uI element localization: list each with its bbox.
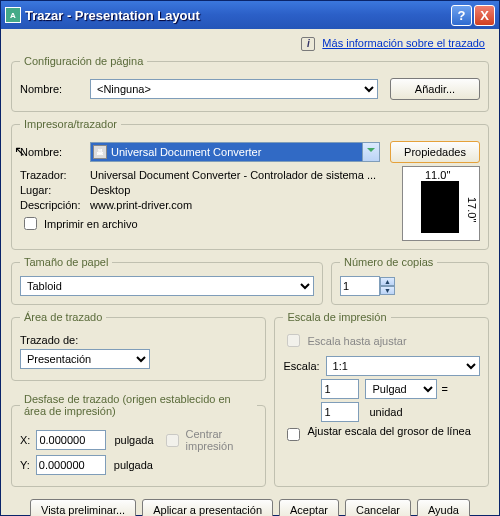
printer-icon: 🖶 bbox=[93, 145, 107, 159]
center-checkbox bbox=[166, 434, 179, 447]
fit-checkbox bbox=[287, 334, 300, 347]
offset-y-input[interactable] bbox=[36, 455, 106, 475]
offset-x-label: X: bbox=[20, 434, 30, 446]
page-config-legend: Configuración de página bbox=[20, 55, 147, 67]
print-to-file-label: Imprimir en archivo bbox=[44, 218, 138, 230]
app-icon: A bbox=[5, 7, 21, 23]
offset-legend: Desfase de trazado (origen establecido e… bbox=[20, 393, 257, 417]
copies-down[interactable]: ▼ bbox=[380, 286, 395, 295]
window-title: Trazar - Presentation Layout bbox=[25, 8, 449, 23]
properties-button[interactable]: Propiedades bbox=[390, 141, 480, 163]
apply-button[interactable]: Aplicar a presentación bbox=[142, 499, 273, 516]
scale-legend: Escala de impresión bbox=[283, 311, 390, 323]
more-info-link[interactable]: Más información sobre el trazado bbox=[322, 37, 485, 49]
chevron-down-icon[interactable] bbox=[362, 143, 379, 161]
plot-area-select[interactable]: Presentación bbox=[20, 349, 150, 369]
print-to-file-checkbox[interactable] bbox=[24, 217, 37, 230]
desc-value: www.print-driver.com bbox=[90, 199, 192, 211]
plot-area-label: Trazado de: bbox=[20, 334, 78, 346]
plot-area-legend: Área de trazado bbox=[20, 311, 106, 323]
preview-width: 11.0'' bbox=[425, 169, 451, 181]
scale-unit2: unidad bbox=[369, 406, 402, 418]
location-value: Desktop bbox=[90, 184, 130, 196]
copies-input[interactable] bbox=[340, 276, 380, 296]
location-label: Lugar: bbox=[20, 184, 90, 196]
offset-y-label: Y: bbox=[20, 459, 30, 471]
fit-label: Escala hasta ajustar bbox=[307, 335, 406, 347]
offset-x-input[interactable] bbox=[36, 430, 106, 450]
preview-height: 17.0'' bbox=[466, 197, 478, 223]
cursor-icon: ↖ bbox=[14, 143, 26, 159]
pagename-select[interactable]: <Ninguna> bbox=[90, 79, 378, 99]
help-button[interactable]: Ayuda bbox=[417, 499, 470, 516]
printer-name-value: Universal Document Converter bbox=[111, 146, 261, 158]
paper-size-legend: Tamaño de papel bbox=[20, 256, 112, 268]
lineweight-checkbox[interactable] bbox=[287, 428, 300, 441]
lineweight-label: Ajustar escala del grosor de línea bbox=[307, 425, 470, 437]
scale-unit1-select[interactable]: Pulgadas bbox=[365, 379, 437, 399]
plot-area-group: Área de trazado Trazado de: Presentación bbox=[11, 311, 266, 381]
center-label: Centrar impresión bbox=[186, 428, 258, 452]
paper-size-select[interactable]: Tabloid bbox=[20, 276, 314, 296]
printer-group: Impresora/trazador Nombre: 🖶 Universal D… bbox=[11, 118, 489, 250]
offset-y-unit: pulgada bbox=[114, 459, 153, 471]
ok-button[interactable]: Aceptar bbox=[279, 499, 339, 516]
offset-x-unit: pulgada bbox=[114, 434, 153, 446]
plotter-label: Trazador: bbox=[20, 169, 90, 181]
plotter-value: Universal Document Converter - Controlad… bbox=[90, 169, 376, 181]
scale-num2-input[interactable] bbox=[321, 402, 359, 422]
titlebar-close-button[interactable]: X bbox=[474, 5, 495, 26]
pagename-label: Nombre: bbox=[20, 83, 90, 95]
add-button[interactable]: Añadir... bbox=[390, 78, 480, 100]
printer-name-select[interactable]: 🖶 Universal Document Converter bbox=[90, 142, 380, 162]
copies-legend: Número de copias bbox=[340, 256, 437, 268]
scale-num1-input[interactable] bbox=[321, 379, 359, 399]
scale-eq: = bbox=[441, 383, 447, 395]
copies-up[interactable]: ▲ bbox=[380, 277, 395, 286]
plot-dialog: A Trazar - Presentation Layout ? X i Más… bbox=[0, 0, 500, 516]
printer-name-label: Nombre: bbox=[20, 146, 90, 158]
info-icon: i bbox=[301, 37, 315, 51]
preview-button[interactable]: Vista preliminar... bbox=[30, 499, 136, 516]
printer-legend: Impresora/trazador bbox=[20, 118, 121, 130]
titlebar-help-button[interactable]: ? bbox=[451, 5, 472, 26]
desc-label: Descripción: bbox=[20, 199, 90, 211]
scale-label: Escala: bbox=[283, 360, 319, 372]
scale-group: Escala de impresión Escala hasta ajustar… bbox=[274, 311, 489, 487]
paper-size-group: Tamaño de papel Tabloid bbox=[11, 256, 323, 305]
scale-select[interactable]: 1:1 bbox=[326, 356, 480, 376]
page-config-group: Configuración de página Nombre: <Ninguna… bbox=[11, 55, 489, 112]
offset-group: Desfase de trazado (origen establecido e… bbox=[11, 393, 266, 487]
titlebar: A Trazar - Presentation Layout ? X bbox=[1, 1, 499, 29]
cancel-button[interactable]: Cancelar bbox=[345, 499, 411, 516]
copies-group: Número de copias ▲▼ bbox=[331, 256, 489, 305]
paper-preview: 11.0'' 17.0'' bbox=[402, 166, 480, 241]
